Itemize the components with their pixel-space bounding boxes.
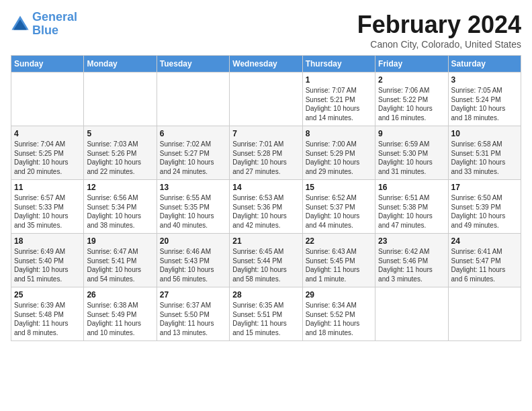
day-number: 24	[451, 236, 518, 246]
day-number: 27	[160, 290, 226, 300]
header-row: SundayMondayTuesdayWednesdayThursdayFrid…	[11, 56, 521, 73]
day-number: 12	[87, 183, 153, 192]
day-number: 28	[232, 290, 299, 300]
day-info: Sunrise: 6:59 AMSunset: 5:30 PMDaylight:…	[378, 140, 445, 176]
calendar-cell: 1Sunrise: 7:07 AMSunset: 5:21 PMDaylight…	[302, 73, 375, 126]
day-number: 22	[306, 236, 372, 246]
col-header-saturday: Saturday	[448, 56, 521, 73]
day-info: Sunrise: 6:58 AMSunset: 5:31 PMDaylight:…	[451, 140, 518, 176]
calendar-cell: 19Sunrise: 6:47 AMSunset: 5:41 PMDayligh…	[84, 234, 157, 287]
calendar-cell: 27Sunrise: 6:37 AMSunset: 5:50 PMDayligh…	[157, 287, 229, 341]
day-number: 10	[451, 129, 518, 138]
calendar-cell: 9Sunrise: 6:59 AMSunset: 5:30 PMDaylight…	[375, 126, 448, 180]
day-info: Sunrise: 6:46 AMSunset: 5:43 PMDaylight:…	[160, 247, 226, 283]
header: General Blue February 2024 Canon City, C…	[11, 11, 521, 50]
calendar-cell	[448, 287, 521, 341]
calendar-cell: 24Sunrise: 6:41 AMSunset: 5:47 PMDayligh…	[448, 234, 521, 287]
calendar-cell: 29Sunrise: 6:34 AMSunset: 5:52 PMDayligh…	[302, 287, 375, 341]
week-row-1: 1Sunrise: 7:07 AMSunset: 5:21 PMDaylight…	[11, 73, 521, 126]
day-info: Sunrise: 6:50 AMSunset: 5:39 PMDaylight:…	[451, 193, 518, 230]
calendar-cell: 6Sunrise: 7:02 AMSunset: 5:27 PMDaylight…	[157, 126, 229, 180]
day-number: 16	[378, 183, 445, 192]
day-number: 14	[232, 183, 299, 192]
col-header-friday: Friday	[375, 56, 448, 73]
calendar-cell: 11Sunrise: 6:57 AMSunset: 5:33 PMDayligh…	[11, 180, 84, 234]
day-info: Sunrise: 6:55 AMSunset: 5:35 PMDaylight:…	[160, 193, 226, 230]
day-number: 1	[306, 75, 372, 85]
day-number: 5	[87, 129, 153, 138]
day-info: Sunrise: 6:45 AMSunset: 5:44 PMDaylight:…	[232, 247, 299, 283]
day-info: Sunrise: 7:01 AMSunset: 5:28 PMDaylight:…	[232, 140, 299, 176]
day-number: 21	[232, 236, 299, 246]
day-info: Sunrise: 6:56 AMSunset: 5:34 PMDaylight:…	[87, 193, 153, 230]
calendar-cell	[84, 73, 157, 126]
calendar-cell	[375, 287, 448, 341]
day-info: Sunrise: 6:43 AMSunset: 5:45 PMDaylight:…	[306, 247, 372, 283]
calendar-cell: 18Sunrise: 6:49 AMSunset: 5:40 PMDayligh…	[11, 234, 84, 287]
day-number: 18	[14, 236, 81, 246]
day-number: 13	[160, 183, 226, 192]
calendar-cell: 16Sunrise: 6:51 AMSunset: 5:38 PMDayligh…	[375, 180, 448, 234]
day-number: 26	[87, 290, 153, 300]
day-info: Sunrise: 6:51 AMSunset: 5:38 PMDaylight:…	[378, 193, 445, 230]
calendar-cell: 21Sunrise: 6:45 AMSunset: 5:44 PMDayligh…	[230, 234, 302, 287]
logo-icon	[11, 15, 30, 34]
calendar-cell: 25Sunrise: 6:39 AMSunset: 5:48 PMDayligh…	[11, 287, 84, 341]
day-info: Sunrise: 6:35 AMSunset: 5:51 PMDaylight:…	[232, 301, 299, 337]
col-header-sunday: Sunday	[11, 56, 84, 73]
day-info: Sunrise: 7:03 AMSunset: 5:26 PMDaylight:…	[87, 140, 153, 176]
calendar-cell: 13Sunrise: 6:55 AMSunset: 5:35 PMDayligh…	[157, 180, 229, 234]
week-row-2: 4Sunrise: 7:04 AMSunset: 5:25 PMDaylight…	[11, 126, 521, 180]
week-row-3: 11Sunrise: 6:57 AMSunset: 5:33 PMDayligh…	[11, 180, 521, 234]
day-info: Sunrise: 6:49 AMSunset: 5:40 PMDaylight:…	[14, 247, 81, 283]
day-info: Sunrise: 6:57 AMSunset: 5:33 PMDaylight:…	[14, 193, 81, 230]
day-info: Sunrise: 7:07 AMSunset: 5:21 PMDaylight:…	[306, 86, 372, 122]
day-number: 9	[378, 129, 445, 138]
calendar-cell: 22Sunrise: 6:43 AMSunset: 5:45 PMDayligh…	[302, 234, 375, 287]
day-number: 8	[306, 129, 372, 138]
calendar-cell: 5Sunrise: 7:03 AMSunset: 5:26 PMDaylight…	[84, 126, 157, 180]
calendar-cell: 10Sunrise: 6:58 AMSunset: 5:31 PMDayligh…	[448, 126, 521, 180]
day-info: Sunrise: 6:47 AMSunset: 5:41 PMDaylight:…	[87, 247, 153, 283]
calendar-cell: 4Sunrise: 7:04 AMSunset: 5:25 PMDaylight…	[11, 126, 84, 180]
week-row-4: 18Sunrise: 6:49 AMSunset: 5:40 PMDayligh…	[11, 234, 521, 287]
calendar-cell: 3Sunrise: 7:05 AMSunset: 5:24 PMDaylight…	[448, 73, 521, 126]
day-info: Sunrise: 6:39 AMSunset: 5:48 PMDaylight:…	[14, 301, 81, 337]
calendar-cell: 15Sunrise: 6:52 AMSunset: 5:37 PMDayligh…	[302, 180, 375, 234]
calendar-cell: 12Sunrise: 6:56 AMSunset: 5:34 PMDayligh…	[84, 180, 157, 234]
day-info: Sunrise: 7:06 AMSunset: 5:22 PMDaylight:…	[378, 86, 445, 122]
day-number: 6	[160, 129, 226, 138]
calendar-table: SundayMondayTuesdayWednesdayThursdayFrid…	[11, 55, 521, 341]
day-info: Sunrise: 7:02 AMSunset: 5:27 PMDaylight:…	[160, 140, 226, 176]
col-header-tuesday: Tuesday	[157, 56, 229, 73]
day-info: Sunrise: 6:34 AMSunset: 5:52 PMDaylight:…	[306, 301, 372, 337]
day-info: Sunrise: 6:37 AMSunset: 5:50 PMDaylight:…	[160, 301, 226, 337]
calendar-cell: 8Sunrise: 7:00 AMSunset: 5:29 PMDaylight…	[302, 126, 375, 180]
calendar-cell: 28Sunrise: 6:35 AMSunset: 5:51 PMDayligh…	[230, 287, 302, 341]
day-number: 20	[160, 236, 226, 246]
day-info: Sunrise: 6:53 AMSunset: 5:36 PMDaylight:…	[232, 193, 299, 230]
day-info: Sunrise: 6:42 AMSunset: 5:46 PMDaylight:…	[378, 247, 445, 283]
location-title: Canon City, Colorado, United States	[357, 39, 521, 50]
calendar-cell	[157, 73, 229, 126]
calendar-cell: 20Sunrise: 6:46 AMSunset: 5:43 PMDayligh…	[157, 234, 229, 287]
calendar-cell: 26Sunrise: 6:38 AMSunset: 5:49 PMDayligh…	[84, 287, 157, 341]
col-header-monday: Monday	[84, 56, 157, 73]
day-info: Sunrise: 7:04 AMSunset: 5:25 PMDaylight:…	[14, 140, 81, 176]
day-number: 4	[14, 129, 81, 138]
day-number: 23	[378, 236, 445, 246]
week-row-5: 25Sunrise: 6:39 AMSunset: 5:48 PMDayligh…	[11, 287, 521, 341]
calendar-cell: 7Sunrise: 7:01 AMSunset: 5:28 PMDaylight…	[230, 126, 302, 180]
calendar-cell	[230, 73, 302, 126]
day-number: 7	[232, 129, 299, 138]
day-info: Sunrise: 7:00 AMSunset: 5:29 PMDaylight:…	[306, 140, 372, 176]
day-number: 19	[87, 236, 153, 246]
day-number: 17	[451, 183, 518, 192]
day-number: 25	[14, 290, 81, 300]
calendar-cell	[11, 73, 84, 126]
title-area: February 2024 Canon City, Colorado, Unit…	[357, 11, 521, 50]
calendar-cell: 14Sunrise: 6:53 AMSunset: 5:36 PMDayligh…	[230, 180, 302, 234]
day-number: 3	[451, 75, 518, 85]
day-number: 2	[378, 75, 445, 85]
col-header-thursday: Thursday	[302, 56, 375, 73]
